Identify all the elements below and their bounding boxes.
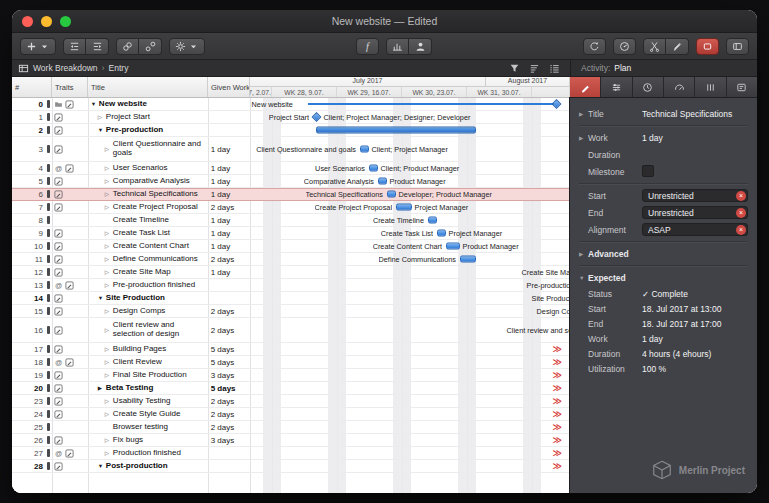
table-row[interactable]: 2▼Pre-production xyxy=(12,124,569,137)
scale-tab[interactable] xyxy=(664,77,695,97)
disclosure-leaf-icon[interactable]: ▷ xyxy=(105,256,113,262)
gantt-bar[interactable] xyxy=(378,178,387,185)
minimize-window-button[interactable] xyxy=(41,16,52,27)
titlebar[interactable]: New website — Edited xyxy=(12,10,757,33)
expected-section-row[interactable]: Expected xyxy=(579,269,748,286)
disclosure-leaf-icon[interactable]: ▷ xyxy=(105,359,113,365)
clock-tab[interactable] xyxy=(633,77,664,97)
table-row[interactable]: 8Create Timeline1 dayCreate Timeline xyxy=(12,214,569,227)
disclosure-leaf-icon[interactable]: ▷ xyxy=(105,372,113,378)
disclosure-icon[interactable] xyxy=(579,251,588,257)
disclosure-leaf-icon[interactable]: ▷ xyxy=(105,450,113,456)
overflow-right-icon[interactable]: ≫ xyxy=(553,396,562,406)
disclosure-leaf-icon[interactable]: ▷ xyxy=(105,282,113,288)
outdent-button[interactable] xyxy=(63,38,86,55)
disclosure-leaf-icon[interactable]: ▷ xyxy=(105,243,113,249)
clear-alignment-icon[interactable] xyxy=(736,225,746,235)
clear-constraint-icon[interactable] xyxy=(736,208,746,218)
breadcrumb-work-breakdown[interactable]: Work Breakdown xyxy=(33,63,98,73)
cut-button[interactable] xyxy=(643,38,666,55)
disclosure-leaf-icon[interactable]: ▷ xyxy=(105,178,113,184)
table-row[interactable]: 17▷Building Pages5 days≫ xyxy=(12,343,569,356)
project-end-milestone[interactable] xyxy=(551,99,561,109)
zoom-window-button[interactable] xyxy=(60,16,71,27)
gantt-bar[interactable] xyxy=(460,256,476,263)
disclosure-leaf-icon[interactable]: ▷ xyxy=(105,269,113,275)
overflow-right-icon[interactable]: ≫ xyxy=(553,357,562,367)
link-button[interactable] xyxy=(116,38,139,55)
overflow-right-icon[interactable]: ≫ xyxy=(553,435,562,445)
table-row[interactable]: 10▷Create Content Chart1 dayCreate Conte… xyxy=(12,240,569,253)
project-summary-line[interactable] xyxy=(308,103,556,105)
overflow-right-icon[interactable]: ≫ xyxy=(553,344,562,354)
style-tab[interactable] xyxy=(601,77,632,97)
disclosure-icon[interactable] xyxy=(579,275,588,281)
table-row[interactable]: 28▼Post-production≫ xyxy=(12,460,569,473)
table-row[interactable]: 16▷Client review and selection of design… xyxy=(12,318,569,343)
disclosure-icon[interactable] xyxy=(579,135,588,141)
disclosure-leaf-icon[interactable]: ▷ xyxy=(105,308,113,314)
table-row[interactable]: 27@▷Production finished≫ xyxy=(12,447,569,460)
table-row[interactable]: 9▷Create Task List1 dayCreate Task ListP… xyxy=(12,227,569,240)
gantt-bar[interactable] xyxy=(428,217,437,224)
table-row[interactable]: 4@▷User Scenarios1 dayUser ScenariosClie… xyxy=(12,162,569,175)
sync-button[interactable] xyxy=(583,38,606,55)
gantt-bar[interactable] xyxy=(446,243,460,250)
disclosure-leaf-icon[interactable]: ▷ xyxy=(105,398,113,404)
overflow-right-icon[interactable]: ≫ xyxy=(553,448,562,458)
table-row[interactable]: 7▷Create Project Proposal2 daysCreate Pr… xyxy=(12,201,569,214)
gantt-bar[interactable] xyxy=(360,146,369,153)
table-row[interactable]: 14▼Site ProductionSite Production xyxy=(12,292,569,305)
table-row[interactable]: 6▷Technical Specifications1 dayTechnical… xyxy=(12,188,569,201)
table-row[interactable]: 3▷Client Questionnaire and goals1 dayCli… xyxy=(12,137,569,162)
unlink-button[interactable] xyxy=(139,38,162,55)
gantt-bar[interactable] xyxy=(387,191,396,198)
table-row[interactable]: 24▷Create Style Guide2 days≫ xyxy=(12,408,569,421)
disclosure-open-icon[interactable]: ▼ xyxy=(91,101,99,107)
table-row[interactable]: 12▷Create Site Map1 dayCreate Site Map xyxy=(12,266,569,279)
brush-button[interactable] xyxy=(666,38,689,55)
overflow-right-icon[interactable]: ≫ xyxy=(553,409,562,419)
column-header-traits[interactable]: Traits xyxy=(52,77,88,97)
start-constraint-dropdown[interactable]: Unrestricted xyxy=(642,189,748,202)
disclosure-leaf-icon[interactable]: ▷ xyxy=(105,437,113,443)
gauge-button[interactable] xyxy=(613,38,636,55)
disclosure-leaf-icon[interactable]: ▷ xyxy=(105,411,113,417)
table-row[interactable]: 25Browser testing2 days≫ xyxy=(12,421,569,434)
grouplist-icon[interactable] xyxy=(549,63,560,74)
gantt-bar[interactable] xyxy=(369,165,378,172)
column-header-title[interactable]: Title xyxy=(88,77,208,97)
table-row[interactable]: 19▷Final Site Production3 days≫ xyxy=(12,369,569,382)
table-row[interactable]: 15▷Design Comps2 daysDesign Comps xyxy=(12,305,569,318)
table-row[interactable]: 13@▷Pre-production finishedPre-productio… xyxy=(12,279,569,292)
disclosure-leaf-icon[interactable]: ▷ xyxy=(105,346,113,352)
table-row[interactable]: 23▷Usability Testing2 days≫ xyxy=(12,395,569,408)
work-field-value[interactable]: 1 day xyxy=(642,133,748,143)
gantt-summary-bar[interactable] xyxy=(316,127,476,134)
disclosure-open-icon[interactable]: ▼ xyxy=(98,295,106,301)
alignment-dropdown[interactable]: ASAP xyxy=(642,223,748,236)
table-row[interactable]: 26▷Fix bugs3 days≫ xyxy=(12,434,569,447)
disclosure-leaf-icon[interactable]: ▷ xyxy=(105,230,113,236)
note-tab[interactable] xyxy=(727,77,757,97)
person-button[interactable] xyxy=(409,38,432,55)
disclosure-leaf-icon[interactable]: ▷ xyxy=(105,165,113,171)
disclosure-leaf-icon[interactable]: ▷ xyxy=(98,114,106,120)
columns-tab[interactable] xyxy=(695,77,726,97)
table-row[interactable]: 18@▷Client Review5 days≫ xyxy=(12,356,569,369)
disclosure-collapsed-icon[interactable]: ▶ xyxy=(98,385,106,391)
add-button[interactable] xyxy=(20,38,56,55)
disclosure-open-icon[interactable]: ▼ xyxy=(98,127,106,133)
close-window-button[interactable] xyxy=(22,16,33,27)
disclosure-leaf-icon[interactable]: ▷ xyxy=(105,204,113,210)
alert-button[interactable] xyxy=(696,38,719,55)
table-row[interactable]: 5▷Comparative Analysis1 dayComparative A… xyxy=(12,175,569,188)
table-row[interactable]: 20▶Beta Testing5 days≫ xyxy=(12,382,569,395)
overflow-right-icon[interactable]: ≫ xyxy=(553,461,562,471)
clear-constraint-icon[interactable] xyxy=(736,191,746,201)
end-constraint-dropdown[interactable]: Unrestricted xyxy=(642,206,748,219)
overflow-right-icon[interactable]: ≫ xyxy=(553,383,562,393)
milestone-checkbox[interactable] xyxy=(642,165,654,177)
gantt-milestone-diamond[interactable] xyxy=(311,112,321,122)
disclosure-leaf-icon[interactable]: ▷ xyxy=(105,191,113,197)
